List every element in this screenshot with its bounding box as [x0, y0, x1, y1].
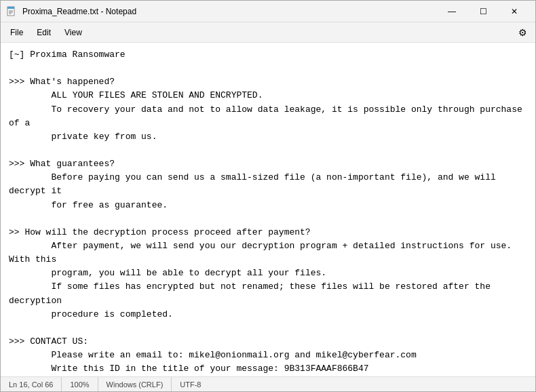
title-bar: Proxima_Readme.txt - Notepad — ☐ ✕ — [1, 1, 535, 22]
menu-file[interactable]: File — [3, 25, 30, 40]
status-bar: Ln 16, Col 66 100% Windows (CRLF) UTF-8 — [1, 376, 535, 391]
zoom-level: 100% — [62, 377, 98, 391]
notepad-window: Proxima_Readme.txt - Notepad — ☐ ✕ File … — [0, 0, 536, 392]
menu-view[interactable]: View — [58, 25, 89, 40]
svg-rect-1 — [7, 7, 14, 9]
minimize-button[interactable]: — — [436, 1, 467, 22]
menu-edit[interactable]: Edit — [30, 25, 58, 40]
close-button[interactable]: ✕ — [499, 1, 530, 22]
menu-bar-right: ⚙ — [513, 24, 533, 41]
app-icon — [6, 6, 17, 17]
window-controls: — ☐ ✕ — [436, 1, 530, 22]
cursor-position: Ln 16, Col 66 — [6, 377, 62, 391]
line-ending: Windows (CRLF) — [98, 377, 172, 391]
settings-icon[interactable]: ⚙ — [513, 24, 533, 41]
maximize-button[interactable]: ☐ — [467, 1, 499, 22]
window-title: Proxima_Readme.txt - Notepad — [22, 7, 436, 16]
menu-bar: File Edit View ⚙ — [1, 22, 535, 43]
text-editor[interactable]: [~] Proxima Ransomware >>> What's happen… — [1, 43, 535, 376]
encoding: UTF-8 — [172, 377, 209, 391]
